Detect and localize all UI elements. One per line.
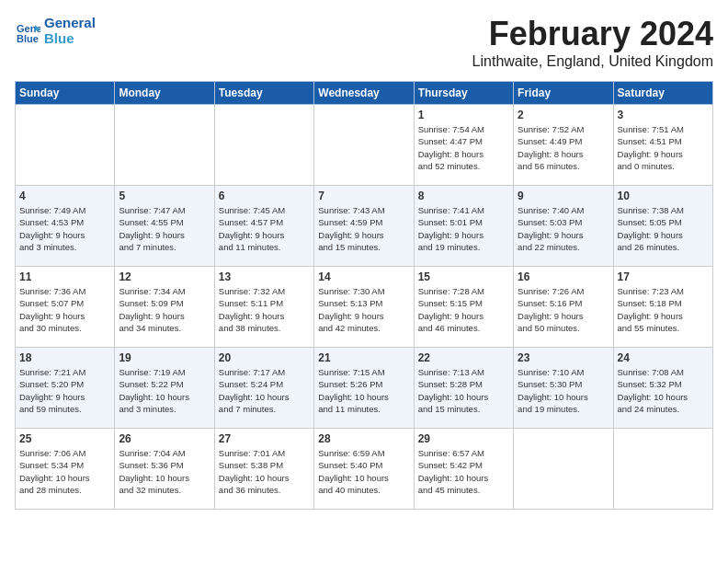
calendar-cell (314, 105, 414, 186)
calendar-header-row: SundayMondayTuesdayWednesdayThursdayFrid… (16, 82, 713, 105)
day-content: Sunrise: 7:49 AM Sunset: 4:53 PM Dayligh… (19, 204, 110, 253)
day-number: 27 (219, 432, 310, 445)
col-header-friday: Friday (514, 82, 613, 105)
day-number: 9 (518, 190, 609, 202)
day-number: 19 (119, 351, 210, 364)
day-content: Sunrise: 7:54 AM Sunset: 4:47 PM Dayligh… (418, 123, 509, 172)
day-number: 8 (418, 190, 509, 202)
calendar-body: 1Sunrise: 7:54 AM Sunset: 4:47 PM Daylig… (16, 105, 713, 510)
day-number: 17 (618, 270, 709, 283)
day-number: 26 (119, 432, 210, 445)
calendar-cell: 28Sunrise: 6:59 AM Sunset: 5:40 PM Dayli… (314, 429, 414, 510)
calendar-title: February 2024 (472, 15, 713, 53)
day-number: 1 (418, 109, 509, 121)
calendar-cell: 13Sunrise: 7:32 AM Sunset: 5:11 PM Dayli… (214, 267, 313, 348)
day-content: Sunrise: 6:57 AM Sunset: 5:42 PM Dayligh… (418, 447, 509, 496)
day-number: 25 (19, 432, 110, 445)
day-content: Sunrise: 7:28 AM Sunset: 5:15 PM Dayligh… (418, 285, 509, 334)
day-content: Sunrise: 7:15 AM Sunset: 5:26 PM Dayligh… (318, 366, 409, 415)
day-number: 29 (418, 432, 509, 445)
calendar-cell: 6Sunrise: 7:45 AM Sunset: 4:57 PM Daylig… (214, 186, 313, 267)
day-number: 22 (418, 351, 509, 364)
calendar-cell: 8Sunrise: 7:41 AM Sunset: 5:01 PM Daylig… (414, 186, 513, 267)
calendar-cell: 20Sunrise: 7:17 AM Sunset: 5:24 PM Dayli… (214, 348, 313, 429)
day-number: 18 (19, 351, 110, 364)
calendar-cell: 7Sunrise: 7:43 AM Sunset: 4:59 PM Daylig… (314, 186, 414, 267)
col-header-wednesday: Wednesday (314, 82, 414, 105)
day-content: Sunrise: 7:23 AM Sunset: 5:18 PM Dayligh… (618, 285, 709, 334)
day-content: Sunrise: 7:26 AM Sunset: 5:16 PM Dayligh… (518, 285, 609, 334)
calendar-cell: 27Sunrise: 7:01 AM Sunset: 5:38 PM Dayli… (214, 429, 313, 510)
calendar-cell: 5Sunrise: 7:47 AM Sunset: 4:55 PM Daylig… (115, 186, 214, 267)
day-content: Sunrise: 7:30 AM Sunset: 5:13 PM Dayligh… (318, 285, 409, 334)
day-content: Sunrise: 7:19 AM Sunset: 5:22 PM Dayligh… (119, 366, 210, 415)
day-number: 11 (19, 270, 110, 283)
calendar-cell: 24Sunrise: 7:08 AM Sunset: 5:32 PM Dayli… (613, 348, 712, 429)
logo-line2: Blue (44, 30, 96, 46)
calendar-cell (514, 429, 613, 510)
day-number: 24 (618, 351, 709, 364)
day-content: Sunrise: 7:43 AM Sunset: 4:59 PM Dayligh… (318, 204, 409, 253)
day-number: 3 (618, 109, 709, 121)
day-content: Sunrise: 7:41 AM Sunset: 5:01 PM Dayligh… (418, 204, 509, 253)
calendar-cell: 19Sunrise: 7:19 AM Sunset: 5:22 PM Dayli… (115, 348, 214, 429)
calendar-cell: 14Sunrise: 7:30 AM Sunset: 5:13 PM Dayli… (314, 267, 414, 348)
day-content: Sunrise: 7:21 AM Sunset: 5:20 PM Dayligh… (19, 366, 110, 415)
day-content: Sunrise: 7:45 AM Sunset: 4:57 PM Dayligh… (219, 204, 310, 253)
col-header-saturday: Saturday (613, 82, 712, 105)
day-content: Sunrise: 7:38 AM Sunset: 5:05 PM Dayligh… (618, 204, 709, 253)
svg-text:Blue: Blue (17, 33, 39, 43)
calendar-cell: 29Sunrise: 6:57 AM Sunset: 5:42 PM Dayli… (414, 429, 513, 510)
day-content: Sunrise: 7:10 AM Sunset: 5:30 PM Dayligh… (518, 366, 609, 415)
day-number: 7 (318, 190, 409, 202)
day-number: 5 (119, 190, 210, 202)
calendar-cell (613, 429, 712, 510)
week-row-1: 1Sunrise: 7:54 AM Sunset: 4:47 PM Daylig… (16, 105, 713, 186)
calendar-table: SundayMondayTuesdayWednesdayThursdayFrid… (15, 81, 713, 510)
calendar-cell: 15Sunrise: 7:28 AM Sunset: 5:15 PM Dayli… (414, 267, 513, 348)
day-content: Sunrise: 7:34 AM Sunset: 5:09 PM Dayligh… (119, 285, 210, 334)
calendar-cell: 17Sunrise: 7:23 AM Sunset: 5:18 PM Dayli… (613, 267, 712, 348)
col-header-sunday: Sunday (16, 82, 115, 105)
week-row-2: 4Sunrise: 7:49 AM Sunset: 4:53 PM Daylig… (16, 186, 713, 267)
week-row-3: 11Sunrise: 7:36 AM Sunset: 5:07 PM Dayli… (16, 267, 713, 348)
logo: General Blue General Blue (15, 15, 96, 47)
calendar-cell (115, 105, 214, 186)
col-header-thursday: Thursday (414, 82, 513, 105)
day-content: Sunrise: 7:32 AM Sunset: 5:11 PM Dayligh… (219, 285, 310, 334)
calendar-cell: 25Sunrise: 7:06 AM Sunset: 5:34 PM Dayli… (16, 429, 115, 510)
calendar-cell: 9Sunrise: 7:40 AM Sunset: 5:03 PM Daylig… (514, 186, 613, 267)
day-number: 21 (318, 351, 409, 364)
day-number: 14 (318, 270, 409, 283)
logo-line1: General (44, 15, 96, 30)
calendar-cell: 10Sunrise: 7:38 AM Sunset: 5:05 PM Dayli… (613, 186, 712, 267)
calendar-cell (16, 105, 115, 186)
day-content: Sunrise: 7:01 AM Sunset: 5:38 PM Dayligh… (219, 447, 310, 496)
day-content: Sunrise: 7:17 AM Sunset: 5:24 PM Dayligh… (219, 366, 310, 415)
calendar-subtitle: Linthwaite, England, United Kingdom (472, 53, 713, 70)
week-row-5: 25Sunrise: 7:06 AM Sunset: 5:34 PM Dayli… (16, 429, 713, 510)
day-content: Sunrise: 7:52 AM Sunset: 4:49 PM Dayligh… (518, 123, 609, 172)
day-number: 16 (518, 270, 609, 283)
day-number: 15 (418, 270, 509, 283)
day-number: 10 (618, 190, 709, 202)
calendar-cell: 3Sunrise: 7:51 AM Sunset: 4:51 PM Daylig… (613, 105, 712, 186)
col-header-tuesday: Tuesday (214, 82, 313, 105)
day-content: Sunrise: 7:51 AM Sunset: 4:51 PM Dayligh… (618, 123, 709, 172)
calendar-cell: 21Sunrise: 7:15 AM Sunset: 5:26 PM Dayli… (314, 348, 414, 429)
day-number: 12 (119, 270, 210, 283)
day-content: Sunrise: 7:04 AM Sunset: 5:36 PM Dayligh… (119, 447, 210, 496)
day-number: 2 (518, 109, 609, 121)
day-content: Sunrise: 7:40 AM Sunset: 5:03 PM Dayligh… (518, 204, 609, 253)
calendar-cell: 22Sunrise: 7:13 AM Sunset: 5:28 PM Dayli… (414, 348, 513, 429)
calendar-cell: 16Sunrise: 7:26 AM Sunset: 5:16 PM Dayli… (514, 267, 613, 348)
day-content: Sunrise: 7:13 AM Sunset: 5:28 PM Dayligh… (418, 366, 509, 415)
day-content: Sunrise: 7:08 AM Sunset: 5:32 PM Dayligh… (618, 366, 709, 415)
day-number: 23 (518, 351, 609, 364)
calendar-cell: 26Sunrise: 7:04 AM Sunset: 5:36 PM Dayli… (115, 429, 214, 510)
day-number: 20 (219, 351, 310, 364)
calendar-cell: 23Sunrise: 7:10 AM Sunset: 5:30 PM Dayli… (514, 348, 613, 429)
day-content: Sunrise: 7:47 AM Sunset: 4:55 PM Dayligh… (119, 204, 210, 253)
col-header-monday: Monday (115, 82, 214, 105)
calendar-cell: 18Sunrise: 7:21 AM Sunset: 5:20 PM Dayli… (16, 348, 115, 429)
